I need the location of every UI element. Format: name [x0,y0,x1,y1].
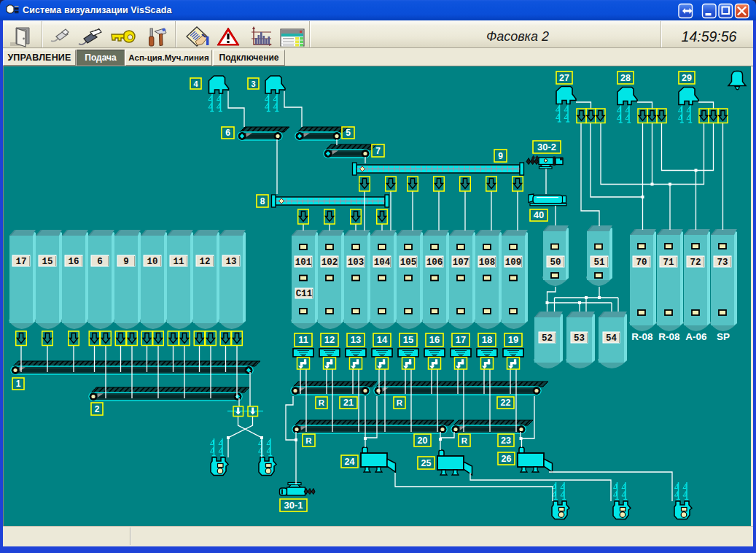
svg-text:107: 107 [453,258,469,268]
svg-text:6: 6 [225,128,230,138]
svg-text:10: 10 [147,257,157,267]
svg-text:13: 13 [225,257,236,267]
svg-text:11: 11 [173,257,184,267]
svg-text:23: 23 [501,436,511,446]
svg-text:17: 17 [15,257,26,267]
svg-text:R: R [461,436,468,445]
svg-text:18: 18 [482,334,492,345]
svg-text:103: 103 [348,258,365,268]
svg-text:9: 9 [123,257,129,267]
svg-text:8: 8 [260,196,265,206]
svg-text:19: 19 [508,334,518,345]
svg-text:16: 16 [68,257,79,267]
svg-text:14: 14 [377,334,388,345]
svg-text:109: 109 [505,258,522,268]
svg-text:73: 73 [717,258,728,268]
svg-text:108: 108 [479,258,496,268]
svg-text:101: 101 [295,258,312,268]
svg-text:13: 13 [351,334,361,345]
svg-text:21: 21 [343,398,354,408]
svg-text:9: 9 [498,151,503,161]
svg-text:3: 3 [251,80,255,88]
svg-text:102: 102 [322,258,338,268]
svg-text:R-08: R-08 [658,331,680,342]
svg-text:30-2: 30-2 [537,142,556,152]
svg-text:16: 16 [429,334,440,345]
svg-text:24: 24 [345,457,355,467]
svg-text:28: 28 [620,73,631,83]
svg-text:25: 25 [421,458,432,468]
svg-text:70: 70 [636,258,647,268]
svg-text:71: 71 [663,258,674,268]
svg-text:105: 105 [400,258,417,268]
svg-text:R: R [397,398,403,407]
svg-text:104: 104 [374,258,391,268]
svg-text:51: 51 [593,258,604,268]
svg-text:53: 53 [574,333,585,344]
svg-text:40: 40 [534,209,544,220]
svg-text:2: 2 [95,404,100,414]
svg-text:7: 7 [375,146,381,156]
svg-text:15: 15 [42,257,52,267]
svg-text:1: 1 [16,379,21,389]
svg-text:27: 27 [559,73,569,83]
svg-text:54: 54 [606,333,617,344]
svg-text:106: 106 [426,258,443,268]
svg-text:52: 52 [542,333,553,344]
svg-text:29: 29 [682,73,692,83]
svg-text:26: 26 [502,454,512,464]
svg-text:R: R [305,436,312,445]
svg-text:12: 12 [199,257,210,267]
svg-text:4: 4 [193,80,198,88]
svg-text:72: 72 [690,258,701,268]
svg-text:12: 12 [324,334,335,345]
svg-text:6: 6 [97,257,103,267]
svg-text:17: 17 [456,334,466,345]
svg-text:5: 5 [346,128,351,138]
svg-text:11: 11 [298,334,308,345]
svg-text:22: 22 [501,398,511,408]
svg-text:A-06: A-06 [685,331,707,342]
svg-text:50: 50 [550,258,561,268]
svg-text:SP: SP [717,331,730,342]
svg-text:R: R [319,398,325,407]
svg-text:20: 20 [418,436,428,446]
svg-text:R-08: R-08 [631,331,653,342]
svg-text:30-1: 30-1 [284,500,303,511]
svg-text:15: 15 [403,334,413,345]
svg-text:C11: C11 [296,289,313,299]
